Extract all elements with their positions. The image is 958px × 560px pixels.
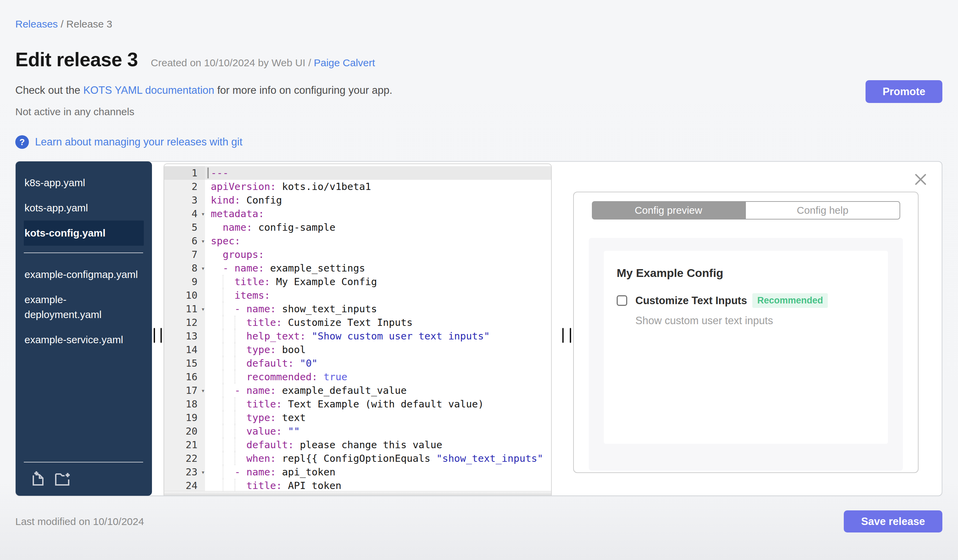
code-line-2[interactable]: 2apiVersion: kots.io/v1beta1: [164, 180, 551, 193]
editor-horizontal-scrollbar[interactable]: [164, 491, 551, 495]
new-folder-icon[interactable]: [54, 471, 70, 486]
created-by-link[interactable]: Paige Calvert: [314, 57, 375, 68]
code-text: groups:: [205, 248, 551, 261]
token-key: default:: [246, 358, 294, 369]
indent-guide: [223, 356, 224, 370]
fold-arrow-icon[interactable]: ▾: [201, 261, 205, 275]
new-file-icon[interactable]: [30, 471, 46, 486]
line-number: 7: [164, 248, 205, 261]
code-line-13[interactable]: 13 help_text: "Show custom user text inp…: [164, 329, 551, 343]
code-line-6[interactable]: 6▾spec:: [164, 234, 551, 248]
file-item-kots-config-yaml[interactable]: kots-config.yaml: [24, 220, 144, 246]
token-key: default:: [246, 439, 294, 451]
token-plain: bool: [276, 344, 306, 356]
token-plain: show_text_inputs: [276, 303, 377, 315]
token-plain: [211, 249, 223, 260]
release-editor-container: k8s-app.yamlkots-app.yamlkots-config.yam…: [15, 161, 942, 496]
line-number: 16: [164, 370, 205, 384]
token-key: - name:: [235, 384, 276, 396]
line-number: 22: [164, 452, 205, 465]
fold-arrow-icon[interactable]: ▾: [201, 465, 205, 479]
line-number: 15: [164, 356, 205, 370]
code-line-10[interactable]: 10 items:: [164, 288, 551, 302]
code-line-21[interactable]: 21 default: please change this value: [164, 438, 551, 452]
token-plain: Config: [240, 195, 282, 206]
line-number: 24: [164, 479, 205, 492]
token-key: type:: [246, 412, 276, 423]
indent-guide: [223, 424, 224, 438]
token-doc: ---: [211, 167, 228, 179]
recommended-badge: Recommended: [752, 293, 828, 308]
token-key: groups:: [223, 249, 264, 260]
code-line-1[interactable]: 1---: [164, 166, 551, 180]
indent-guide: [235, 343, 235, 356]
code-line-12[interactable]: 12 title: Customize Text Inputs: [164, 316, 551, 329]
code-line-19[interactable]: 19 type: text: [164, 411, 551, 424]
file-item-example-configmap-yaml[interactable]: example-configmap.yaml: [24, 262, 144, 287]
line-number: 21: [164, 438, 205, 452]
breadcrumb-current: Release 3: [66, 18, 112, 30]
fold-arrow-icon[interactable]: ▾: [201, 234, 205, 248]
file-item-example-service-yaml[interactable]: example-service.yaml: [24, 327, 144, 353]
file-item-example-deployment-yaml[interactable]: example-deployment.yaml: [24, 287, 144, 327]
code-line-14[interactable]: 14 type: bool: [164, 343, 551, 356]
yaml-code-editor[interactable]: 1---2apiVersion: kots.io/v1beta13kind: C…: [163, 163, 552, 495]
sidebar-splitter-handle[interactable]: [160, 328, 162, 343]
code-line-16[interactable]: 16 recommended: true: [164, 370, 551, 384]
kots-yaml-docs-link[interactable]: KOTS YAML documentation: [83, 84, 214, 96]
code-line-23[interactable]: 23▾ - name: api_token: [164, 465, 551, 479]
sidebar-splitter-handle[interactable]: [154, 328, 155, 343]
code-line-18[interactable]: 18 title: Text Example (with default val…: [164, 397, 551, 411]
code-line-7[interactable]: 7 groups:: [164, 248, 551, 261]
token-str: "show_text_inputs": [436, 452, 543, 464]
breadcrumb-releases-link[interactable]: Releases: [15, 18, 58, 30]
code-line-15[interactable]: 15 default: "0": [164, 356, 551, 370]
fold-arrow-icon[interactable]: ▾: [201, 207, 205, 220]
file-item-kots-app-yaml[interactable]: kots-app.yaml: [24, 195, 144, 220]
token-key: value:: [246, 426, 282, 437]
code-line-3[interactable]: 3kind: Config: [164, 193, 551, 207]
token-key: type:: [246, 344, 276, 356]
token-plain: [211, 262, 223, 274]
close-icon: [915, 173, 927, 185]
token-plain: My Example Config: [270, 276, 377, 288]
indent-guide: [235, 452, 235, 465]
customize-text-inputs-checkbox[interactable]: [617, 295, 627, 306]
promote-button[interactable]: Promote: [866, 80, 942, 103]
code-line-9[interactable]: 9 title: My Example Config: [164, 275, 551, 288]
tab-config-help[interactable]: Config help: [745, 201, 900, 220]
title-row: Edit release 3 Created on 10/10/2024 by …: [15, 48, 942, 71]
line-number: 4▾: [164, 207, 205, 220]
token-key: - name:: [235, 303, 276, 315]
code-text: title: Customize Text Inputs: [205, 316, 551, 329]
token-plain: Text Example (with default value): [282, 398, 484, 410]
code-text: apiVersion: kots.io/v1beta1: [205, 180, 551, 193]
close-preview-button[interactable]: [915, 173, 927, 185]
token-str: "0": [300, 358, 317, 369]
config-item-description: Show custom user text inputs: [635, 315, 875, 327]
git-releases-link[interactable]: Learn about managing your releases with …: [35, 136, 243, 148]
save-release-button[interactable]: Save release: [844, 510, 942, 533]
code-line-11[interactable]: 11▾ - name: show_text_inputs: [164, 302, 551, 316]
code-line-4[interactable]: 4▾metadata:: [164, 207, 551, 220]
code-line-24[interactable]: 24 title: API token: [164, 479, 551, 492]
code-line-8[interactable]: 8▾ - name: example_settings: [164, 261, 551, 275]
tab-config-preview[interactable]: Config preview: [592, 201, 745, 220]
code-line-5[interactable]: 5 name: config-sample: [164, 220, 551, 234]
line-number: 12: [164, 316, 205, 329]
token-plain: Customize Text Inputs: [282, 317, 413, 328]
code-line-20[interactable]: 20 value: "": [164, 424, 551, 438]
fold-arrow-icon[interactable]: ▾: [201, 384, 205, 397]
fold-arrow-icon[interactable]: ▾: [201, 302, 205, 316]
line-number: 11▾: [164, 302, 205, 316]
page: Releases / Release 3 Edit release 3 Crea…: [0, 0, 958, 560]
token-plain: [211, 452, 246, 464]
file-item-k8s-app-yaml[interactable]: k8s-app.yaml: [24, 170, 144, 195]
code-line-22[interactable]: 22 when: repl{{ ConfigOptionEquals "show…: [164, 452, 551, 465]
code-line-17[interactable]: 17▾ - name: example_default_value: [164, 384, 551, 397]
token-plain: [211, 426, 246, 437]
token-plain: [211, 358, 246, 369]
token-bool: true: [324, 371, 347, 383]
code-text: type: bool: [205, 343, 551, 356]
line-number: 2: [164, 180, 205, 193]
